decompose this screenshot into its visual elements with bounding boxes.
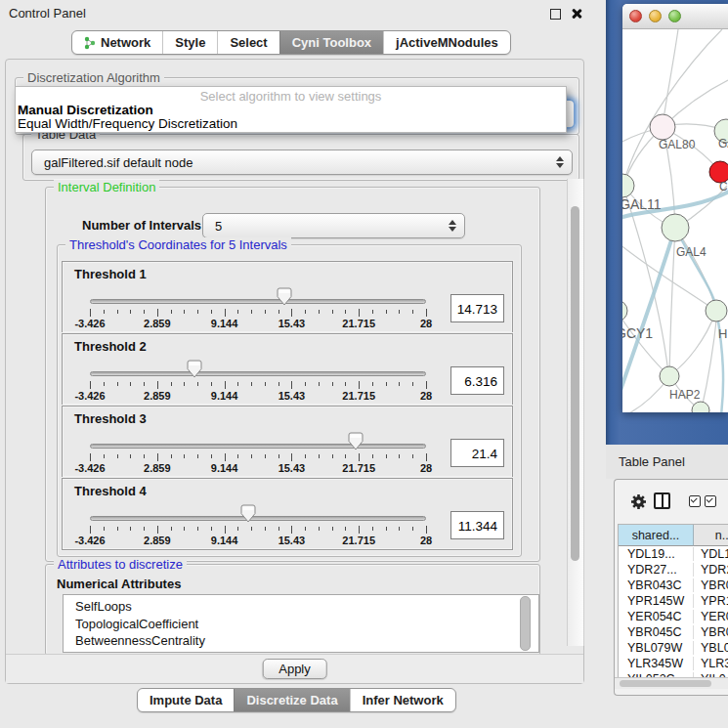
tick-mark xyxy=(386,527,387,531)
menu-item-manual-discretization[interactable]: Manual Discretization xyxy=(18,103,153,117)
network-node-gal11[interactable] xyxy=(622,174,634,197)
column-header-shared-name[interactable]: shared... xyxy=(619,525,694,546)
tick-mark xyxy=(345,382,346,386)
slider-track[interactable] xyxy=(90,516,426,521)
threshold-value-field[interactable]: 14.713 xyxy=(450,294,504,322)
network-node-gal80[interactable] xyxy=(650,114,675,140)
attribute-item[interactable]: SelfLoops xyxy=(64,595,538,616)
slider-thumb-icon[interactable] xyxy=(348,432,364,450)
table-row[interactable]: YPR145WYPR1 xyxy=(619,593,728,609)
spinner-arrows-icon xyxy=(449,220,456,232)
tick-mark xyxy=(90,381,91,389)
slider-ticks xyxy=(90,526,426,535)
network-node[interactable] xyxy=(692,402,709,412)
table-row[interactable]: YBR045CYBR0 xyxy=(619,624,728,640)
minimize-traffic-light-icon[interactable] xyxy=(649,10,662,22)
tick-mark xyxy=(157,309,158,317)
tab-discretize-data[interactable]: Discretize Data xyxy=(234,689,349,711)
table-row[interactable]: YBL079WYBL0 xyxy=(619,640,728,656)
threshold-slider[interactable]: -3.4262.8599.14415.4321.71528 xyxy=(90,479,426,549)
table-horizontal-scrollbar[interactable] xyxy=(615,677,728,689)
tab-infer-network[interactable]: Infer Network xyxy=(350,689,455,711)
tab-infer-network-label: Infer Network xyxy=(363,689,444,711)
network-edge[interactable] xyxy=(663,29,678,126)
threshold-slider[interactable]: -3.4262.8599.14415.4321.71528 xyxy=(90,334,426,405)
apply-button[interactable]: Apply xyxy=(262,659,327,679)
table-row[interactable]: YDR27...YDR2 xyxy=(619,562,728,578)
threshold-slider[interactable]: -3.4262.8599.14415.4321.71528 xyxy=(90,262,426,332)
slider-track[interactable] xyxy=(90,444,426,449)
tab-jactivemnodules[interactable]: jActiveMNodules xyxy=(383,31,510,54)
number-of-intervals-combobox[interactable]: 5 xyxy=(202,213,465,238)
attribute-item[interactable]: TopologicalCoefficient xyxy=(64,616,538,633)
network-node-hap2[interactable] xyxy=(660,366,679,386)
numerical-attributes-label: Numerical Attributes xyxy=(57,577,181,591)
table-horizontal-scrollbar-thumb[interactable] xyxy=(620,680,711,687)
threshold-value-field[interactable]: 21.4 xyxy=(450,439,504,467)
column-header-name[interactable]: n... xyxy=(694,525,728,546)
tab-network[interactable]: Network xyxy=(72,31,162,54)
table-row[interactable]: YER054CYER0 xyxy=(619,609,728,624)
tick-mark xyxy=(265,382,266,386)
close-traffic-light-icon[interactable] xyxy=(629,10,642,22)
table-row[interactable]: YLR345WYLR3 xyxy=(619,656,728,671)
tick-label: 28 xyxy=(420,462,432,474)
tick-mark xyxy=(265,454,266,458)
tab-discretize-data-label: Discretize Data xyxy=(246,689,337,711)
network-edge[interactable] xyxy=(672,313,715,373)
network-node-gcy1[interactable] xyxy=(622,300,627,321)
tick-mark xyxy=(386,382,387,386)
tick-mark xyxy=(184,310,185,314)
slider-track[interactable] xyxy=(90,299,426,304)
vertical-scrollbar-thumb[interactable] xyxy=(571,206,579,561)
table-row[interactable]: YDL19...YDL1 xyxy=(619,546,728,562)
slider-thumb-icon[interactable] xyxy=(187,360,202,378)
network-canvas[interactable]: GAL80GACGAL11GAL4GCY1HHAP2 xyxy=(622,29,728,412)
float-window-icon[interactable] xyxy=(550,9,561,20)
tick-label: -3.426 xyxy=(74,535,105,546)
slider-track[interactable] xyxy=(90,371,426,376)
list-scrollbar-thumb[interactable] xyxy=(520,596,531,651)
network-edge[interactable] xyxy=(623,29,722,184)
tab-style[interactable]: Style xyxy=(162,31,217,54)
network-node-gal4[interactable] xyxy=(662,214,689,241)
checkbox-icon[interactable] xyxy=(689,495,701,507)
slider-thumb-icon[interactable] xyxy=(240,504,256,523)
zoom-traffic-light-icon[interactable] xyxy=(668,10,681,22)
tick-mark xyxy=(345,527,346,531)
network-edge[interactable] xyxy=(676,230,716,307)
tick-mark xyxy=(412,527,413,531)
tab-select[interactable]: Select xyxy=(217,31,278,54)
tick-mark xyxy=(399,454,400,458)
close-icon[interactable] xyxy=(571,8,582,20)
network-node-h[interactable] xyxy=(706,300,727,321)
tab-cyni-toolbox[interactable]: Cyni Toolbox xyxy=(279,31,383,54)
numerical-attributes-list[interactable]: SelfLoopsTopologicalCoefficientBetweenne… xyxy=(63,594,539,653)
network-window[interactable]: GAL80GACGAL11GAL4GCY1HHAP2 xyxy=(622,4,728,412)
table-row[interactable]: YBR043CYBR0 xyxy=(619,578,728,593)
tick-label: 21.715 xyxy=(342,535,375,546)
tick-mark xyxy=(399,527,400,531)
tick-mark xyxy=(412,382,413,386)
slider-thumb-icon[interactable] xyxy=(277,287,292,306)
tick-mark xyxy=(386,454,387,458)
threshold-slider[interactable]: -3.4262.8599.14415.4321.71528 xyxy=(90,407,426,477)
tick-mark xyxy=(211,310,212,314)
tick-mark xyxy=(386,310,387,314)
menu-item-equal-width-frequency[interactable]: Equal Width/Frequency Discretization xyxy=(18,116,237,131)
vertical-scrollbar[interactable] xyxy=(567,179,584,646)
tab-impute-data[interactable]: Impute Data xyxy=(138,689,234,711)
checkbox-icon[interactable] xyxy=(705,495,716,507)
tick-mark xyxy=(359,526,360,534)
gear-icon[interactable] xyxy=(629,492,648,511)
attribute-item[interactable]: BetweennessCentrality xyxy=(64,632,538,650)
tick-label: 9.144 xyxy=(211,390,238,402)
threshold-value-field[interactable]: 6.316 xyxy=(450,366,504,395)
tick-mark xyxy=(359,453,360,461)
tick-mark xyxy=(171,310,172,314)
tick-mark xyxy=(291,453,292,461)
threshold-value-field[interactable]: 11.344 xyxy=(450,511,504,539)
tick-mark xyxy=(412,454,413,458)
split-columns-icon[interactable] xyxy=(654,492,670,509)
table-data-combobox[interactable]: galFiltered.sif default node xyxy=(31,150,573,175)
